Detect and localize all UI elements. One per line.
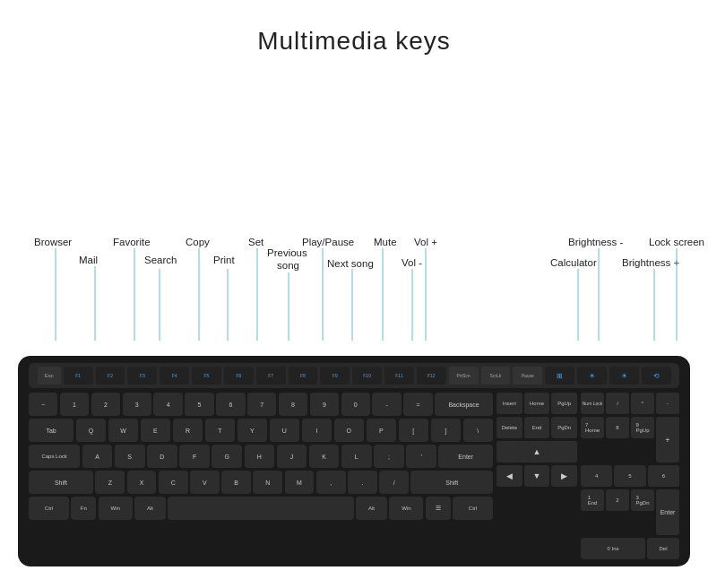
key-j: J [277,445,307,468]
key-period: . [348,471,377,494]
key-numadd: + [656,417,679,463]
numpad-row-5: 0 Ins Del [581,538,679,559]
key-right: ▶ [551,465,577,487]
key-num6: 6 [648,465,679,487]
qwerty-row: Tab Q W E R T Y U I O P [ ] [29,419,493,442]
key-num7: 7Home [581,417,604,438]
key-equals: = [403,393,432,416]
key-n: N [253,471,282,494]
key-menu: ☰ [426,497,451,520]
key-f8: F8 [289,367,318,385]
key-rwin: Win [389,497,423,520]
key-f3: F3 [127,367,157,385]
key-numenter: Enter [656,489,679,535]
key-g: G [212,445,242,468]
numpad-row-4: 1End 2 3PgDn Enter [581,489,679,535]
key-prtscn: PrtScn [449,367,479,385]
key-scrlk: ScrLk [481,367,511,385]
key-media3: ☀ [609,367,639,385]
key-t: T [205,419,235,442]
label-next-song: Next song [327,258,374,269]
label-vol-minus: Vol - [401,257,422,268]
key-v: V [190,471,220,494]
key-end: End [524,417,550,438]
key-num0: 0 Ins [581,538,645,559]
key-tab: Tab [29,419,73,442]
key-lwin: Win [99,497,133,520]
key-fn: Fn [71,497,96,520]
key-nummul: * [631,393,654,414]
label-play-pause: Play/Pause [302,237,354,247]
key-lshift: Shift [29,471,93,494]
key-enter: Enter [438,445,493,468]
key-4: 4 [153,393,182,416]
key-3: 3 [123,393,151,416]
key-capslock: Caps Lock [29,445,80,468]
numpad-row-2: 7Home 8 9PgUp + [581,417,679,463]
key-down: ▼ [524,465,550,487]
key-e: E [141,419,170,442]
keyboard-left: ~ 1 2 3 4 5 6 7 8 9 0 - = [29,393,493,559]
key-num3: 3PgDn [631,489,654,511]
key-numsub: - [656,393,679,414]
key-z: Z [95,471,125,494]
keyboard-mid: Insert Home PgUp Delete End PgDn ▲ ◀ ▼ [496,393,577,559]
key-x: X [127,471,157,494]
key-pgdn: PgDn [551,417,577,438]
key-num4: 4 [581,465,612,487]
key-1: 1 [60,393,89,416]
label-mail: Mail [79,255,98,265]
key-f11: F11 [384,367,414,385]
key-l: L [341,445,372,468]
key-numdel: Del [647,538,679,559]
key-rows: ~ 1 2 3 4 5 6 7 8 9 0 - = [29,393,493,520]
key-numlock: Num Lock [581,393,604,414]
key-backslash: \ [463,419,493,442]
key-pgup: PgUp [551,393,577,414]
key-f6: F6 [224,367,254,385]
keyboard: Esc F1 F2 F3 F4 F5 F6 F7 F8 F9 F10 F11 F… [18,356,690,566]
label-set: Set [248,237,263,247]
key-ralt: Alt [356,497,387,520]
key-lctrl: Ctrl [29,497,69,520]
bottom-row: Ctrl Fn Win Alt Alt Win ☰ Ctrl [29,497,493,520]
label-vol-plus: Vol + [414,237,437,247]
mid-row-2: Delete End PgDn [496,417,577,438]
key-home: Home [524,393,550,414]
numpad-row-1: Num Lock / * - [581,393,679,414]
key-f: F [179,445,210,468]
key-o: O [334,419,364,442]
key-f9: F9 [320,367,350,385]
label-mute: Mute [374,237,397,247]
key-slash: / [379,471,409,494]
function-row: Esc F1 F2 F3 F4 F5 F6 F7 F8 F9 F10 F11 F… [29,363,679,388]
key-lbracket: [ [399,419,428,442]
key-d: D [147,445,177,468]
key-insert: Insert [496,393,522,414]
key-num2: 2 [606,489,629,511]
key-i: I [302,419,332,442]
keyboard-numpad: Num Lock / * - 7Home 8 9PgUp + 4 5 6 [581,393,679,559]
label-previous: Previous [267,247,307,258]
key-lalt: Alt [134,497,166,520]
key-media1: ⊞ [545,367,574,385]
label-search: Search [144,255,177,265]
key-quote: ' [406,445,436,468]
key-tilde: ~ [29,393,57,416]
key-u: U [270,419,299,442]
key-f10: F10 [352,367,382,385]
key-h: H [245,445,275,468]
key-q: Q [76,419,106,442]
key-f5: F5 [192,367,221,385]
mid-row-4: ◀ ▼ ▶ [496,465,577,487]
key-num5: 5 [614,465,645,487]
key-a: A [82,445,113,468]
key-semicolon: ; [374,445,404,468]
key-rshift: Shift [410,471,493,494]
key-num1: 1End [581,489,604,511]
key-k: K [309,445,340,468]
key-w: W [108,419,138,442]
key-9: 9 [310,393,339,416]
key-esc: Esc [38,367,61,385]
key-comma: , [316,471,346,494]
